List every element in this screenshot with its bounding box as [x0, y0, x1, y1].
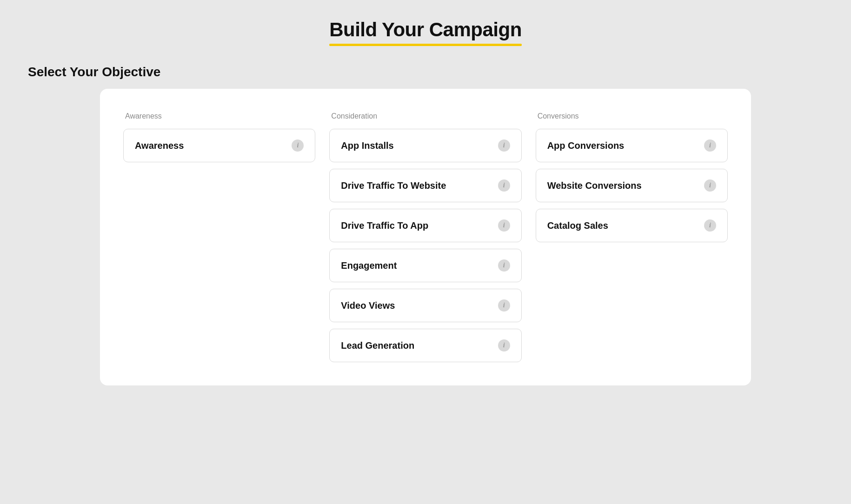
- column-conversions: ConversionsApp ConversionsiWebsite Conve…: [536, 112, 728, 242]
- objective-card-container: AwarenessAwarenessiConsiderationApp Inst…: [100, 89, 751, 385]
- option-label-catalog-sales: Catalog Sales: [547, 220, 608, 231]
- option-label-app-conversions: App Conversions: [547, 140, 625, 151]
- info-icon-app-installs[interactable]: i: [498, 139, 510, 152]
- column-awareness: AwarenessAwarenessi: [123, 112, 315, 162]
- option-card-catalog-sales[interactable]: Catalog Salesi: [536, 209, 728, 242]
- info-icon-catalog-sales[interactable]: i: [704, 219, 716, 232]
- option-card-lead-generation[interactable]: Lead Generationi: [329, 329, 521, 362]
- option-label-engagement: Engagement: [341, 260, 397, 271]
- info-icon-awareness[interactable]: i: [292, 139, 304, 152]
- option-card-video-views[interactable]: Video Viewsi: [329, 289, 521, 322]
- option-label-drive-traffic-website: Drive Traffic To Website: [341, 180, 446, 191]
- option-card-engagement[interactable]: Engagementi: [329, 249, 521, 282]
- option-label-awareness: Awareness: [135, 140, 184, 151]
- option-card-app-installs[interactable]: App Installsi: [329, 129, 521, 162]
- option-label-website-conversions: Website Conversions: [547, 180, 642, 191]
- page-title: Build Your Campaign: [329, 19, 522, 41]
- column-consideration: ConsiderationApp InstallsiDrive Traffic …: [329, 112, 521, 362]
- info-icon-drive-traffic-app[interactable]: i: [498, 219, 510, 232]
- column-header-consideration: Consideration: [329, 112, 521, 120]
- option-label-app-installs: App Installs: [341, 140, 393, 151]
- option-label-drive-traffic-app: Drive Traffic To App: [341, 220, 428, 231]
- option-card-app-conversions[interactable]: App Conversionsi: [536, 129, 728, 162]
- info-icon-app-conversions[interactable]: i: [704, 139, 716, 152]
- option-card-drive-traffic-website[interactable]: Drive Traffic To Websitei: [329, 169, 521, 202]
- option-label-video-views: Video Views: [341, 300, 395, 311]
- option-label-lead-generation: Lead Generation: [341, 340, 414, 351]
- info-icon-lead-generation[interactable]: i: [498, 339, 510, 351]
- option-card-website-conversions[interactable]: Website Conversionsi: [536, 169, 728, 202]
- info-icon-engagement[interactable]: i: [498, 259, 510, 272]
- option-card-awareness[interactable]: Awarenessi: [123, 129, 315, 162]
- info-icon-video-views[interactable]: i: [498, 299, 510, 312]
- column-header-conversions: Conversions: [536, 112, 728, 120]
- page-header: Build Your Campaign: [329, 19, 522, 46]
- info-icon-website-conversions[interactable]: i: [704, 179, 716, 192]
- section-label: Select Your Objective: [28, 65, 679, 80]
- column-header-awareness: Awareness: [123, 112, 315, 120]
- info-icon-drive-traffic-website[interactable]: i: [498, 179, 510, 192]
- title-underline: [329, 44, 522, 46]
- option-card-drive-traffic-app[interactable]: Drive Traffic To Appi: [329, 209, 521, 242]
